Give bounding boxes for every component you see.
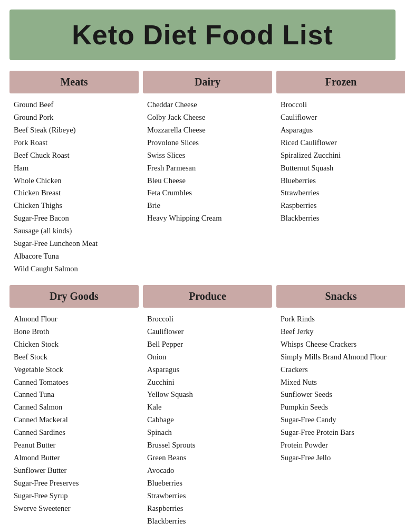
section-items-meats: Ground Beef Ground Pork Beef Steak (Ribe… [9, 99, 139, 276]
main-grid: Meats Ground Beef Ground Pork Beef Steak… [9, 71, 396, 532]
section-header-meats: Meats [9, 71, 139, 93]
section-header-snacks: Snacks [276, 285, 405, 308]
section-items-produce: Broccoli Cauliflower Bell Pepper Onion A… [143, 313, 272, 528]
section-meats: Meats Ground Beef Ground Pork Beef Steak… [9, 71, 139, 276]
section-frozen: Frozen Broccoli Cauliflower Asparagus Ri… [276, 71, 405, 276]
section-header-dairy: Dairy [143, 71, 272, 93]
section-items-dairy: Cheddar Cheese Colby Jack Cheese Mozzare… [143, 99, 272, 225]
section-produce: Produce Broccoli Cauliflower Bell Pepper… [143, 285, 272, 528]
section-header-frozen: Frozen [276, 71, 405, 93]
page-wrapper: Keto Diet Food List Meats Ground Beef Gr… [0, 10, 405, 532]
page-title: Keto Diet Food List [15, 19, 390, 51]
section-items-snacks: Pork Rinds Beef Jerky Whisps Cheese Crac… [276, 313, 405, 464]
section-header-dry-goods: Dry Goods [9, 285, 139, 308]
section-items-frozen: Broccoli Cauliflower Asparagus Riced Cau… [276, 99, 405, 225]
header-banner: Keto Diet Food List [9, 10, 396, 60]
section-snacks: Snacks Pork Rinds Beef Jerky Whisps Chee… [276, 285, 405, 528]
section-dairy: Dairy Cheddar Cheese Colby Jack Cheese M… [143, 71, 272, 276]
section-header-produce: Produce [143, 285, 272, 308]
section-items-dry-goods: Almond Flour Bone Broth Chicken Stock Be… [9, 313, 139, 515]
section-dry-goods: Dry Goods Almond Flour Bone Broth Chicke… [9, 285, 139, 528]
